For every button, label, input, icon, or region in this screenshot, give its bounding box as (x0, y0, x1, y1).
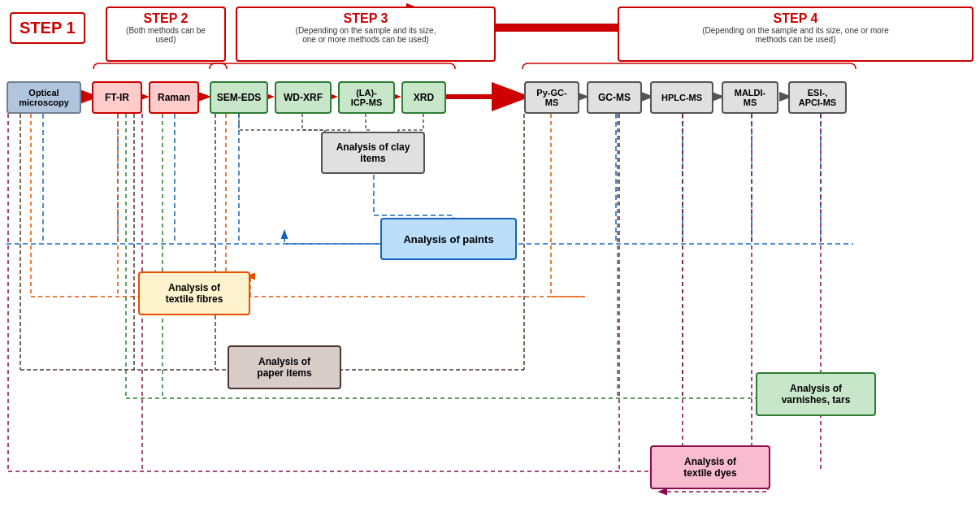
xrd-box: XRD (401, 81, 446, 114)
step3-box: STEP 3 (Depending on the sample and its … (236, 7, 496, 62)
varnishes-analysis-box: Analysis ofvarnishes, tars (756, 372, 876, 416)
textile-dyes-analysis-box: Analysis oftextile dyes (650, 445, 770, 489)
step3-title: STEP 3 (241, 11, 491, 26)
laicp-box: (LA)-ICP-MS (338, 81, 395, 114)
maldims-box: MALDI-MS (722, 81, 778, 114)
diagram: STEP 1 STEP 2 (Both methods can beused) … (0, 0, 980, 512)
step2-box: STEP 2 (Both methods can beused) (106, 7, 226, 62)
gcms-box: GC-MS (587, 81, 642, 114)
step4-subtitle: (Depending on the sample and its size, o… (622, 26, 969, 44)
clay-analysis-box: Analysis of clayitems (321, 132, 425, 174)
semeds-box: SEM-EDS (210, 81, 268, 114)
step4-title: STEP 4 (622, 11, 969, 26)
step2-title: STEP 2 (111, 11, 221, 26)
wdxrf-box: WD-XRF (275, 81, 332, 114)
textile-fibres-analysis-box: Analysis oftextile fibres (138, 271, 250, 315)
step4-box: STEP 4 (Depending on the sample and its … (618, 7, 973, 62)
step1-label: STEP 1 (10, 12, 85, 44)
hplcms-box: HPLC-MS (650, 81, 713, 114)
paints-analysis-box: Analysis of paints (380, 218, 517, 260)
pygcms-box: Py-GC-MS (524, 81, 579, 114)
step2-subtitle: (Both methods can beused) (111, 26, 221, 44)
paper-analysis-box: Analysis ofpaper items (228, 345, 341, 389)
esiapci-box: ESI-,APCI-MS (788, 81, 847, 114)
ftir-box: FT-IR (92, 81, 142, 114)
optical-microscopy-box: Opticalmicroscopy (7, 81, 81, 114)
step3-subtitle: (Depending on the sample and its size,on… (241, 26, 491, 44)
raman-box: Raman (149, 81, 199, 114)
